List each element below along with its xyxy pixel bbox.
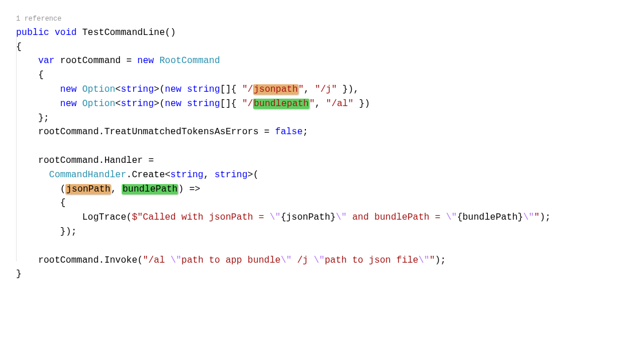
var-root: rootCommand: [38, 255, 99, 266]
interp-close: }: [518, 212, 523, 223]
keyword-string: string: [121, 84, 154, 95]
escape-quote: \": [418, 255, 429, 266]
arr-open: []{: [220, 99, 236, 109]
keyword-new: new: [165, 84, 181, 95]
string-literal: path to app bundle: [181, 255, 281, 266]
brace-close-paren-semi: });: [60, 227, 77, 237]
interp-open: {: [281, 212, 286, 223]
string-literal: "/al": [326, 99, 354, 109]
keyword-string: string: [121, 99, 154, 109]
brace-open: {: [38, 70, 44, 80]
highlight-jsonpath: jsonpath: [253, 84, 298, 95]
brace-close: }: [16, 269, 22, 279]
method-create: Create: [132, 170, 165, 180]
code-editor[interactable]: 1 reference public void TestCommandLine(…: [0, 0, 644, 282]
escape-quote: \": [281, 255, 292, 266]
keyword-public: public: [16, 28, 49, 38]
paren-close-semi: );: [435, 255, 446, 266]
escape-quote: \": [270, 212, 281, 223]
string-template: "Called with jsonPath =: [137, 212, 269, 223]
method-name: TestCommandLine: [82, 28, 165, 38]
highlight-bundlepath: bundlepath: [253, 99, 309, 109]
codelens-reference[interactable]: 1 reference: [16, 15, 61, 23]
arr-close: }): [359, 99, 370, 109]
brace-close-semi: };: [38, 113, 49, 123]
comma: ,: [315, 99, 321, 109]
brace-open: {: [60, 198, 66, 208]
gt: >: [154, 84, 160, 95]
string-literal: "/: [242, 84, 253, 95]
equals: =: [264, 127, 270, 137]
lt: <: [115, 84, 121, 95]
comma: ,: [354, 84, 359, 95]
type-option: Option: [82, 99, 115, 109]
keyword-void: void: [55, 28, 76, 38]
gt: >: [247, 170, 253, 180]
comma: ,: [111, 184, 117, 194]
comma: ,: [304, 84, 309, 95]
semi: ;: [302, 127, 308, 137]
parens: (): [165, 28, 176, 38]
string-literal: "/j": [315, 84, 337, 95]
type-option: Option: [82, 84, 115, 95]
var-root: rootCommand: [60, 56, 121, 66]
string-close: ": [309, 99, 315, 109]
paren-open: (: [137, 255, 143, 266]
type-commandhandler: CommandHandler: [49, 170, 126, 180]
string-literal: "/: [242, 99, 253, 109]
escape-quote: \": [170, 255, 181, 266]
var-root: rootCommand: [38, 155, 99, 166]
paren-close: ): [178, 184, 184, 194]
keyword-string: string: [170, 170, 204, 180]
string-literal: /j: [292, 255, 313, 266]
method-logtrace: LogTrace: [82, 212, 126, 223]
prop-treat: TreatUnmatchedTokensAsErrors: [104, 127, 259, 137]
escape-quote: \": [336, 212, 347, 223]
paren-open: (: [253, 170, 259, 180]
interp-jsonpath: jsonPath: [286, 212, 331, 223]
string-end: ": [429, 255, 435, 266]
keyword-string: string: [187, 99, 220, 109]
arrow: =>: [189, 184, 200, 194]
string-end: ": [534, 212, 540, 223]
keyword-new: new: [60, 99, 77, 109]
keyword-false: false: [275, 127, 302, 137]
var-root: rootCommand: [38, 127, 99, 137]
equals: =: [148, 155, 154, 166]
highlight-bundlepath-param: bundlePath: [122, 184, 178, 194]
string-literal: path to json file: [325, 255, 418, 266]
lt: <: [165, 170, 170, 180]
keyword-new: new: [165, 99, 181, 109]
keyword-var: var: [38, 56, 55, 66]
arr-open: []{: [220, 84, 236, 95]
keyword-new: new: [60, 84, 77, 95]
brace-open: {: [16, 42, 22, 52]
escape-quote: \": [523, 212, 534, 223]
interp-bundlepath: bundlePath: [463, 212, 518, 223]
paren-close-semi: );: [540, 212, 550, 223]
string-close: ": [298, 84, 304, 95]
prop-handler: Handler: [104, 155, 143, 166]
type-rootcommand: RootCommand: [160, 56, 220, 66]
string-template: and bundlePath =: [347, 212, 446, 223]
arr-close: }): [343, 84, 354, 95]
paren-open: (: [126, 212, 132, 223]
gt: >: [154, 99, 160, 109]
paren-open: (: [60, 184, 66, 194]
interp-close: }: [330, 212, 336, 223]
interp-open: {: [457, 212, 463, 223]
escape-quote: \": [314, 255, 325, 266]
equals: =: [126, 56, 132, 66]
keyword-string: string: [215, 170, 248, 180]
lt: <: [115, 99, 121, 109]
keyword-string: string: [187, 84, 220, 95]
keyword-new: new: [137, 56, 154, 66]
string-literal: "/al: [143, 255, 170, 266]
highlight-jsonpath-param: jsonPath: [65, 184, 111, 194]
comma: ,: [203, 170, 209, 180]
escape-quote: \": [446, 212, 457, 223]
dollar: $: [132, 212, 138, 223]
method-invoke: Invoke: [104, 255, 138, 266]
